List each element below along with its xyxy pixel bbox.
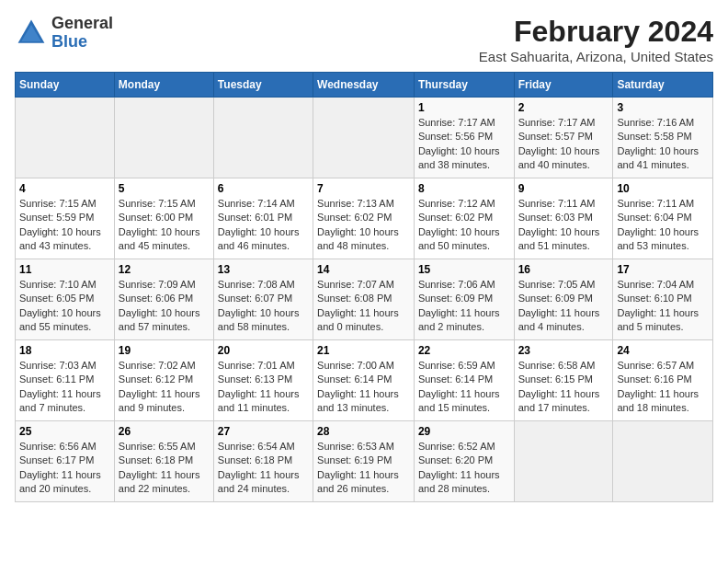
day-number: 18 (19, 344, 110, 357)
day-info: Sunrise: 6:53 AM Sunset: 6:19 PM Dayligh… (317, 440, 410, 497)
day-info: Sunrise: 7:17 AM Sunset: 5:56 PM Dayligh… (418, 116, 510, 173)
day-info: Sunrise: 7:15 AM Sunset: 6:00 PM Dayligh… (119, 197, 210, 254)
day-info: Sunrise: 7:13 AM Sunset: 6:02 PM Dayligh… (317, 197, 410, 254)
day-number: 15 (418, 263, 510, 276)
calendar-cell: 9Sunrise: 7:11 AM Sunset: 6:03 PM Daylig… (514, 178, 613, 259)
weekday-header: Thursday (414, 73, 514, 98)
calendar-cell: 26Sunrise: 6:55 AM Sunset: 6:18 PM Dayli… (114, 421, 213, 502)
day-number: 14 (317, 263, 410, 276)
calendar-cell: 11Sunrise: 7:10 AM Sunset: 6:05 PM Dayli… (16, 259, 115, 340)
calendar-cell: 1Sunrise: 7:17 AM Sunset: 5:56 PM Daylig… (414, 98, 514, 178)
calendar-table: SundayMondayTuesdayWednesdayThursdayFrid… (15, 72, 713, 502)
day-number: 4 (19, 182, 110, 195)
day-info: Sunrise: 6:55 AM Sunset: 6:18 PM Dayligh… (119, 440, 210, 497)
day-number: 20 (218, 344, 309, 357)
day-number: 13 (218, 263, 309, 276)
day-number: 8 (418, 182, 510, 195)
day-number: 11 (19, 263, 110, 276)
day-number: 6 (218, 182, 309, 195)
calendar-cell: 22Sunrise: 6:59 AM Sunset: 6:14 PM Dayli… (414, 340, 514, 421)
day-info: Sunrise: 7:07 AM Sunset: 6:08 PM Dayligh… (317, 278, 410, 335)
calendar-cell: 25Sunrise: 6:56 AM Sunset: 6:17 PM Dayli… (16, 421, 115, 502)
calendar-week-row: 4Sunrise: 7:15 AM Sunset: 5:59 PM Daylig… (16, 178, 713, 259)
day-info: Sunrise: 6:58 AM Sunset: 6:15 PM Dayligh… (518, 359, 609, 416)
calendar-cell: 17Sunrise: 7:04 AM Sunset: 6:10 PM Dayli… (613, 259, 713, 340)
calendar-cell: 19Sunrise: 7:02 AM Sunset: 6:12 PM Dayli… (114, 340, 213, 421)
calendar-cell (16, 98, 115, 178)
day-number: 5 (119, 182, 210, 195)
day-info: Sunrise: 7:09 AM Sunset: 6:06 PM Dayligh… (119, 278, 210, 335)
day-info: Sunrise: 6:57 AM Sunset: 6:16 PM Dayligh… (617, 359, 709, 416)
day-number: 9 (518, 182, 609, 195)
calendar-cell: 29Sunrise: 6:52 AM Sunset: 6:20 PM Dayli… (414, 421, 514, 502)
logo-text: General Blue (51, 15, 113, 52)
weekday-header-row: SundayMondayTuesdayWednesdayThursdayFrid… (16, 73, 713, 98)
calendar-cell: 18Sunrise: 7:03 AM Sunset: 6:11 PM Dayli… (16, 340, 115, 421)
calendar-cell: 6Sunrise: 7:14 AM Sunset: 6:01 PM Daylig… (213, 178, 313, 259)
day-info: Sunrise: 7:14 AM Sunset: 6:01 PM Dayligh… (218, 197, 309, 254)
calendar-cell: 8Sunrise: 7:12 AM Sunset: 6:02 PM Daylig… (414, 178, 514, 259)
logo: General Blue (15, 15, 113, 52)
calendar-cell (613, 421, 713, 502)
logo-icon (15, 17, 48, 50)
day-info: Sunrise: 7:04 AM Sunset: 6:10 PM Dayligh… (617, 278, 709, 335)
day-number: 28 (317, 425, 410, 438)
calendar-cell: 14Sunrise: 7:07 AM Sunset: 6:08 PM Dayli… (313, 259, 415, 340)
calendar-week-row: 18Sunrise: 7:03 AM Sunset: 6:11 PM Dayli… (16, 340, 713, 421)
weekday-header: Saturday (613, 73, 713, 98)
day-info: Sunrise: 7:06 AM Sunset: 6:09 PM Dayligh… (418, 278, 510, 335)
calendar-week-row: 1Sunrise: 7:17 AM Sunset: 5:56 PM Daylig… (16, 98, 713, 178)
day-number: 3 (617, 101, 709, 114)
day-number: 16 (518, 263, 609, 276)
day-info: Sunrise: 7:02 AM Sunset: 6:12 PM Dayligh… (119, 359, 210, 416)
day-number: 12 (119, 263, 210, 276)
day-info: Sunrise: 7:16 AM Sunset: 5:58 PM Dayligh… (617, 116, 709, 173)
calendar-week-row: 25Sunrise: 6:56 AM Sunset: 6:17 PM Dayli… (16, 421, 713, 502)
day-number: 10 (617, 182, 709, 195)
calendar-cell (114, 98, 213, 178)
day-number: 27 (218, 425, 309, 438)
calendar-cell: 21Sunrise: 7:00 AM Sunset: 6:14 PM Dayli… (313, 340, 415, 421)
day-info: Sunrise: 7:15 AM Sunset: 5:59 PM Dayligh… (19, 197, 110, 254)
calendar-cell: 20Sunrise: 7:01 AM Sunset: 6:13 PM Dayli… (213, 340, 313, 421)
calendar-cell: 3Sunrise: 7:16 AM Sunset: 5:58 PM Daylig… (613, 98, 713, 178)
weekday-header: Sunday (16, 73, 115, 98)
day-info: Sunrise: 7:10 AM Sunset: 6:05 PM Dayligh… (19, 278, 110, 335)
day-info: Sunrise: 6:59 AM Sunset: 6:14 PM Dayligh… (418, 359, 510, 416)
calendar-week-row: 11Sunrise: 7:10 AM Sunset: 6:05 PM Dayli… (16, 259, 713, 340)
logo-blue: Blue (51, 33, 113, 52)
day-number: 24 (617, 344, 709, 357)
day-info: Sunrise: 7:01 AM Sunset: 6:13 PM Dayligh… (218, 359, 309, 416)
day-info: Sunrise: 7:17 AM Sunset: 5:57 PM Dayligh… (518, 116, 609, 173)
page-title: February 2024 (479, 15, 713, 49)
day-info: Sunrise: 7:11 AM Sunset: 6:03 PM Dayligh… (518, 197, 609, 254)
day-number: 17 (617, 263, 709, 276)
logo-general: General (51, 15, 113, 33)
calendar-cell: 5Sunrise: 7:15 AM Sunset: 6:00 PM Daylig… (114, 178, 213, 259)
weekday-header: Friday (514, 73, 613, 98)
day-info: Sunrise: 7:03 AM Sunset: 6:11 PM Dayligh… (19, 359, 110, 416)
day-info: Sunrise: 7:12 AM Sunset: 6:02 PM Dayligh… (418, 197, 510, 254)
calendar-cell (514, 421, 613, 502)
calendar-cell: 23Sunrise: 6:58 AM Sunset: 6:15 PM Dayli… (514, 340, 613, 421)
day-number: 23 (518, 344, 609, 357)
day-number: 25 (19, 425, 110, 438)
weekday-header: Tuesday (213, 73, 313, 98)
calendar-cell: 7Sunrise: 7:13 AM Sunset: 6:02 PM Daylig… (313, 178, 415, 259)
calendar-cell: 13Sunrise: 7:08 AM Sunset: 6:07 PM Dayli… (213, 259, 313, 340)
calendar-cell: 24Sunrise: 6:57 AM Sunset: 6:16 PM Dayli… (613, 340, 713, 421)
calendar-cell: 12Sunrise: 7:09 AM Sunset: 6:06 PM Dayli… (114, 259, 213, 340)
calendar-cell: 16Sunrise: 7:05 AM Sunset: 6:09 PM Dayli… (514, 259, 613, 340)
day-info: Sunrise: 7:05 AM Sunset: 6:09 PM Dayligh… (518, 278, 609, 335)
day-info: Sunrise: 7:11 AM Sunset: 6:04 PM Dayligh… (617, 197, 709, 254)
day-number: 1 (418, 101, 510, 114)
day-info: Sunrise: 6:54 AM Sunset: 6:18 PM Dayligh… (218, 440, 309, 497)
calendar-cell: 10Sunrise: 7:11 AM Sunset: 6:04 PM Dayli… (613, 178, 713, 259)
page-header: General Blue February 2024 East Sahuarit… (15, 15, 713, 64)
day-number: 2 (518, 101, 609, 114)
calendar-cell: 4Sunrise: 7:15 AM Sunset: 5:59 PM Daylig… (16, 178, 115, 259)
day-number: 26 (119, 425, 210, 438)
calendar-cell: 15Sunrise: 7:06 AM Sunset: 6:09 PM Dayli… (414, 259, 514, 340)
weekday-header: Monday (114, 73, 213, 98)
calendar-cell: 27Sunrise: 6:54 AM Sunset: 6:18 PM Dayli… (213, 421, 313, 502)
